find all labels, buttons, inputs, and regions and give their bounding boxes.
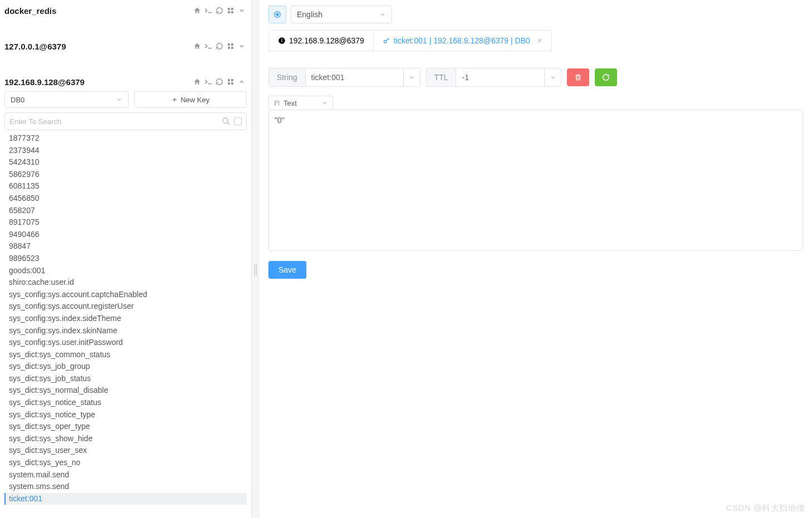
key-item[interactable]: shiro:cache:user.id	[4, 277, 247, 289]
split-divider[interactable]	[252, 0, 260, 518]
key-item[interactable]: 5424310	[4, 156, 247, 169]
connection-header-2[interactable]: 192.168.9.128@6379	[0, 71, 251, 91]
ttl-label: TTL	[427, 68, 457, 86]
value-textarea[interactable]: "0"	[268, 110, 803, 251]
key-item[interactable]: 2373944	[4, 145, 247, 157]
terminal-icon[interactable]	[203, 41, 213, 51]
key-item[interactable]: 6456850	[4, 193, 247, 205]
refresh-icon[interactable]	[214, 41, 224, 51]
terminal-icon[interactable]	[203, 6, 213, 16]
connection-actions	[192, 41, 247, 51]
chevron-down-icon[interactable]	[237, 41, 247, 51]
svg-rect-6	[228, 47, 230, 49]
ttl-input[interactable]	[456, 68, 544, 86]
refresh-icon[interactable]	[214, 77, 224, 87]
svg-rect-20	[277, 101, 278, 103]
db-select[interactable]: DB0	[4, 91, 129, 108]
connection-header-1[interactable]: 127.0.0.1@6379	[0, 36, 251, 56]
search-box	[4, 112, 247, 130]
key-item[interactable]: sys_config:sys.account.registerUser	[4, 300, 247, 313]
target-button[interactable]	[268, 6, 286, 23]
terminal-icon[interactable]	[203, 77, 213, 87]
format-label: Text	[283, 99, 318, 107]
ttl-dropdown[interactable]	[544, 68, 561, 86]
tabs: 192.168.9.128@6379ticket:001 | 192.168.9…	[268, 30, 552, 51]
key-item[interactable]: system.mail.send	[4, 469, 247, 481]
save-button[interactable]: Save	[268, 261, 306, 279]
main-panel: English 192.168.9.128@6379ticket:001 | 1…	[260, 0, 812, 518]
key-item[interactable]: 1877372	[4, 132, 247, 145]
svg-point-13	[276, 13, 278, 16]
grid-icon[interactable]	[226, 77, 236, 87]
value-format-select[interactable]: Text	[268, 96, 333, 110]
key-item[interactable]: ticket:001	[4, 493, 247, 505]
connection-name: docker_redis	[4, 6, 56, 16]
home-icon[interactable]	[192, 77, 202, 87]
key-item[interactable]: sys_dict:sys_oper_type	[4, 421, 247, 433]
key-item[interactable]: sys_config:sys.index.skinName	[4, 325, 247, 337]
key-item[interactable]: 6081135	[4, 180, 247, 193]
key-item[interactable]: 9490466	[4, 229, 247, 241]
key-item[interactable]: sys_config:sys.account.captchaEnabled	[4, 289, 247, 301]
key-list: 1877372237394454243105862976608113564568…	[4, 130, 247, 505]
key-item[interactable]: sys_dict:sys_job_group	[4, 361, 247, 373]
grid-icon[interactable]	[226, 6, 236, 16]
tab-label: 192.168.9.128@6379	[289, 36, 364, 45]
svg-rect-2	[228, 11, 230, 13]
connection-name: 192.168.9.128@6379	[4, 77, 85, 87]
key-item[interactable]: system.sms.send	[4, 481, 247, 493]
svg-rect-19	[275, 101, 276, 106]
key-type-label: String	[269, 68, 306, 86]
home-icon[interactable]	[192, 6, 202, 16]
tab[interactable]: ticket:001 | 192.168.9.128@6379 | DB0✕	[374, 31, 551, 51]
key-item[interactable]: 8917075	[4, 216, 247, 229]
key-name-input[interactable]	[306, 68, 403, 86]
key-item[interactable]: 5862976	[4, 169, 247, 181]
key-item[interactable]: sys_dict:sys_notice_status	[4, 397, 247, 409]
connection-body: DB0 ＋ New Key 18773722373944542431058629…	[0, 91, 251, 510]
ttl-box: TTL	[426, 68, 562, 87]
key-item[interactable]: goods:001	[4, 265, 247, 277]
svg-rect-16	[281, 40, 282, 42]
key-item[interactable]: sys_config:sys.index.sideTheme	[4, 313, 247, 325]
key-item[interactable]: sys_dict:sys_normal_disable	[4, 384, 247, 397]
tab[interactable]: 192.168.9.128@6379	[269, 31, 374, 51]
close-icon[interactable]: ✕	[537, 37, 542, 45]
refresh-icon[interactable]	[214, 6, 224, 16]
key-item[interactable]: sys_dict:sys_job_status	[4, 373, 247, 385]
key-item[interactable]: 98847	[4, 240, 247, 253]
key-item[interactable]: sys_dict:sys_yes_no	[4, 457, 247, 469]
key-item[interactable]: sys_dict:sys_notice_type	[4, 409, 247, 421]
svg-rect-7	[231, 47, 233, 49]
key-item[interactable]: sys_dict:sys_common_status	[4, 349, 247, 361]
watermark: CSDN @科大扫地僧	[726, 503, 805, 514]
grid-icon[interactable]	[226, 41, 236, 51]
key-item[interactable]: sys_config:sys.user.initPassword	[4, 337, 247, 349]
tab-label: ticket:001 | 192.168.9.128@6379 | DB0	[394, 36, 530, 45]
plus-icon: ＋	[171, 95, 178, 105]
svg-point-12	[223, 118, 228, 123]
key-item[interactable]: 658207	[4, 205, 247, 217]
home-icon[interactable]	[192, 41, 202, 51]
chevron-down-icon[interactable]	[237, 6, 247, 16]
search-input[interactable]	[9, 117, 218, 126]
connection-header-0[interactable]: docker_redis	[0, 0, 251, 20]
db-select-value: DB0	[11, 96, 25, 104]
key-name-dropdown[interactable]	[403, 68, 420, 86]
svg-rect-1	[231, 8, 233, 10]
key-item[interactable]: 9896523	[4, 253, 247, 265]
svg-rect-0	[228, 8, 230, 10]
new-key-label: New Key	[180, 96, 209, 104]
key-item[interactable]: sys_dict:sys_show_hide	[4, 433, 247, 445]
svg-point-17	[281, 38, 282, 40]
key-item[interactable]: sys_dict:sys_user_sex	[4, 445, 247, 457]
new-key-button[interactable]: ＋ New Key	[134, 91, 247, 108]
language-select[interactable]: English	[291, 6, 392, 23]
reload-button[interactable]	[595, 68, 617, 86]
delete-button[interactable]	[567, 68, 589, 86]
search-icon[interactable]	[222, 117, 231, 126]
chevron-up-icon[interactable]	[237, 77, 247, 87]
language-value: English	[297, 10, 322, 19]
divider-handle-icon	[255, 264, 257, 275]
exact-match-checkbox[interactable]	[234, 117, 242, 125]
